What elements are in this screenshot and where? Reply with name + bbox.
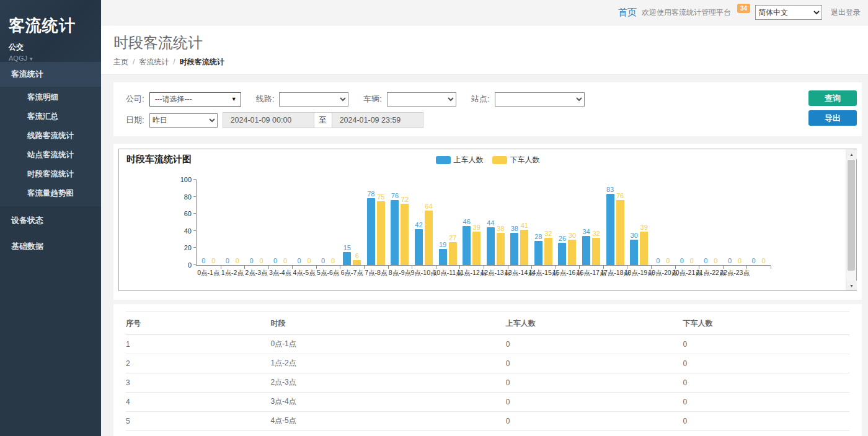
chart-legend: 上车人数 下车人数 [436,155,540,165]
home-link[interactable]: 首页 [618,7,637,19]
bar-value-label: 0 [321,257,325,264]
bar-value-label: 42 [415,221,422,229]
sidebar-subitem[interactable]: 客流明细 [0,88,101,107]
date-range-to-label: 至 [314,112,332,128]
bar-alighting [544,238,552,265]
bar-value-label: 76 [391,192,399,199]
export-button[interactable]: 导出 [808,110,857,126]
y-axis-label: 20 [184,244,192,251]
bar-group-alighting: 6 [353,252,361,265]
bar-group-boarding: 19 [439,241,447,265]
legend-item-alighting[interactable]: 下车人数 [492,155,540,165]
sidebar-item-base-data[interactable]: 基础数据 [0,233,101,259]
date-to-input[interactable]: 2024-01-09 23:59 [332,112,423,128]
sidebar-subitem[interactable]: 客流汇总 [0,107,101,126]
station-select[interactable] [495,92,585,107]
bar-value-label: 83 [606,186,614,193]
bar-value-label: 15 [343,244,351,251]
x-axis-label: 1点-2点 [221,269,244,277]
sidebar-subitem[interactable]: 时段客流统计 [0,165,101,184]
chart-scrollbar[interactable]: ▲ ▼ [846,149,856,290]
bar-alighting [640,232,648,265]
line-select[interactable] [279,92,348,107]
bar-alighting [353,260,361,265]
content: 公司: ---请选择--- ▼ 线路: 车辆: 站点: 日期: 昨日 [101,75,868,436]
scrollbar-thumb[interactable] [848,160,855,271]
chart-title: 时段车流统计图 [126,154,192,165]
bar-group-boarding: 34 [582,228,590,265]
bar-group-boarding: 46 [463,218,471,265]
chart-category: 003点-4点 [268,180,293,265]
bar-boarding [534,241,542,265]
table-row[interactable]: 43点-4点00 [126,393,849,412]
logout-link[interactable]: 退出登录 [831,7,861,18]
x-axis-label: 5点-6点 [317,269,339,277]
main-area: 首页 欢迎使用客流统计管理平台 34 简体中文 退出登录 时段客流统计 主页/客… [101,0,868,436]
bar-value-label: 0 [283,257,287,264]
bar-value-label: 39 [640,224,648,231]
sidebar-nav: 客流统计 客流明细客流汇总线路客流统计站点客流统计时段客流统计客流量趋势图 设备… [0,62,101,259]
bar-boarding [367,198,375,265]
bar-alighting [472,232,480,265]
sidebar-subitem[interactable]: 客流量趋势图 [0,184,101,203]
table-row[interactable]: 21点-2点00 [126,354,849,373]
table-cell: 0 [683,335,849,354]
notification-badge[interactable]: 34 [737,4,750,13]
bar-group-alighting: 0 [281,257,290,265]
breadcrumb-home[interactable]: 主页 [113,58,128,66]
breadcrumb-passenger-stats[interactable]: 客流统计 [139,58,169,66]
table-row[interactable]: 65点-6点00 [126,431,849,436]
chart-category: 283214点-15点 [531,180,556,265]
chart-category: 0020点-21点 [675,180,699,265]
vehicle-select[interactable] [387,92,456,107]
bar-alighting [592,238,600,265]
bar-value-label: 0 [690,257,694,264]
chart-panel: 时段车流统计图 上车人数 下车人数 020406080100000点-1点001… [113,144,862,300]
bar-group-alighting: 32 [544,230,552,265]
bar-value-label: 0 [273,257,277,264]
company-label: 公司: [126,94,144,105]
bar-group-boarding: 0 [247,257,255,265]
sidebar-item-passenger-stats[interactable]: 客流统计 [0,62,101,87]
sidebar-item-device-status[interactable]: 设备状态 [0,207,101,233]
user-menu[interactable]: AQGJ▾ [9,54,92,62]
bar-group-boarding: 0 [272,257,280,265]
table-cell: 0 [683,373,849,393]
bar-value-label: 0 [211,257,215,264]
table-cell: 1点-2点 [270,354,505,373]
bar-alighting [377,201,385,266]
chart-box: 时段车流统计图 上车人数 下车人数 020406080100000点-1点001… [118,149,857,291]
company-select[interactable]: ---请选择--- ▼ [149,92,241,107]
bar-group-boarding: 38 [510,225,518,265]
legend-item-boarding[interactable]: 上车人数 [436,155,484,165]
chart-category: 463911点-12点 [459,180,484,265]
date-from-input[interactable]: 2024-01-09 00:00 [223,112,314,128]
query-button[interactable]: 查询 [808,90,857,106]
bar-value-label: 0 [656,257,660,264]
bar-chart-plot: 020406080100000点-1点001点-2点002点-3点003点-4点… [196,180,771,266]
scroll-down-icon[interactable]: ▼ [846,281,857,290]
bar-value-label: 0 [752,257,756,264]
sidebar-subitem[interactable]: 线路客流统计 [0,126,101,146]
sidebar-header: 客流统计 公交 AQGJ▾ [0,0,101,62]
bar-value-label: 41 [521,222,528,229]
table-row[interactable]: 54点-5点00 [126,412,849,431]
language-select[interactable]: 简体中文 [755,5,822,20]
date-preset-select[interactable]: 昨日 [149,113,218,128]
bar-alighting [401,204,409,265]
table-row[interactable]: 32点-3点00 [126,373,849,393]
bar-alighting [520,230,528,265]
bar-value-label: 19 [439,241,446,248]
org-label: 公交 [9,42,92,53]
table-cell: 0点-1点 [270,335,505,354]
bar-value-label: 75 [377,193,384,201]
sidebar-subitem[interactable]: 站点客流统计 [0,146,101,165]
bar-group-alighting: 0 [305,257,313,265]
table-cell: 0 [683,393,849,412]
bar-value-label: 32 [544,230,552,237]
chart-category: 76728点-9点 [388,180,412,265]
app-logo: 客流统计 [9,15,92,37]
bar-value-label: 30 [631,232,638,239]
scroll-up-icon[interactable]: ▲ [846,149,857,159]
table-row[interactable]: 10点-1点00 [126,335,849,354]
